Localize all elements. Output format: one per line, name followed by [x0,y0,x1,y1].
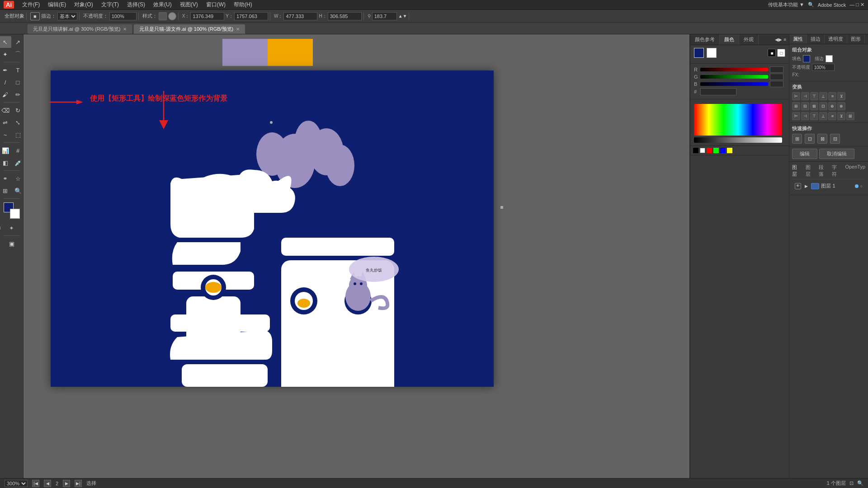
page-prev-btn[interactable]: ◀ [44,480,51,487]
opacity-input[interactable] [109,12,137,20]
extra-align-5[interactable]: ≡ [828,112,836,120]
h-input[interactable] [328,12,362,20]
reflect-tool[interactable]: ⇌ [0,117,11,128]
props-tab-transparency[interactable]: 透明度 [825,34,847,44]
menu-object[interactable]: 对象(O) [71,0,96,9]
opacity-prop-input[interactable] [812,64,835,71]
align-left-btn[interactable]: ⊢ [792,92,800,100]
extra-align-4[interactable]: ⊥ [819,112,827,120]
dist-bottom-btn[interactable]: ⊗ [837,102,845,110]
dist-left-btn[interactable]: ⊞ [792,102,800,110]
screen-mode-btn[interactable]: ▣ [6,238,18,249]
selection-tool[interactable]: ↖ [0,36,11,48]
g-value-input[interactable] [770,74,783,80]
tab-1-close[interactable]: ✕ [123,27,127,32]
angle-input[interactable] [372,12,397,20]
warp-tool[interactable]: ~ [0,129,11,141]
tab-2-close[interactable]: ✕ [236,27,240,32]
slice-tool[interactable]: ⊞ [0,185,11,197]
color-stroke-preview[interactable] [707,48,717,58]
align-right-btn[interactable]: ⊤ [810,92,818,100]
r-value-input[interactable] [770,66,783,73]
b-slider-track[interactable] [700,82,768,86]
align-bottom-btn[interactable]: ⊻ [837,92,845,100]
swatch-yellow[interactable] [727,148,732,153]
color-wheel[interactable] [694,104,782,136]
zoom-fit-icon[interactable]: ⊡ [849,480,854,486]
dist-center-v-btn[interactable]: ⊕ [828,102,836,110]
tab-1[interactable]: 元旦是只猫讲解.ai @ 300% (RGB/预览) ✕ [27,24,132,34]
color-black-btn[interactable]: ■ [768,49,776,57]
page-last-btn[interactable]: ▶| [75,480,82,487]
eraser-tool[interactable]: ⌫ [0,104,11,116]
artboard[interactable]: 鱼丸炒饭 [51,70,494,387]
symbol-tool[interactable]: ☆ [12,173,24,184]
appearance-tab[interactable]: 外观 [739,34,759,45]
menu-select[interactable]: 选择(S) [123,0,149,9]
pencil-tool[interactable]: ✏ [12,89,24,100]
menu-file[interactable]: 文件(F) [19,0,43,9]
opentype-tab[interactable]: OpenTyp [845,164,865,178]
pen-tool[interactable]: ✒ [0,64,11,76]
extra-align-2[interactable]: ⊣ [801,112,809,120]
menu-view[interactable]: 视图(V) [176,0,202,9]
menu-effect[interactable]: 效果(U) [150,0,175,9]
panel-menu-icon[interactable]: ≡ [784,37,787,42]
rotate-tool[interactable]: ↻ [12,104,24,116]
props-tab-attributes[interactable]: 属性 [789,34,807,44]
fill-color-preview[interactable] [803,55,810,62]
swatch-red[interactable] [707,148,712,153]
color-mode-grad[interactable]: ◈ [6,222,18,234]
extra-align-6[interactable]: ⊻ [837,112,845,120]
quick-op-3[interactable]: ⊠ [817,134,827,144]
w-input[interactable] [283,12,317,20]
edit-button[interactable]: 编辑 [792,149,817,159]
expand-icon[interactable]: ◀▶ [775,37,782,42]
color-mode-normal[interactable]: ▣ [0,222,5,234]
chars-tab[interactable]: 字符 [832,164,841,178]
menu-help[interactable]: 帮助(H) [230,0,256,9]
rectangle-tool[interactable]: □ [12,76,24,88]
quick-op-4[interactable]: ⊟ [830,134,840,144]
layer-expand-arrow[interactable]: ▶ [803,183,809,189]
x-input[interactable] [190,12,224,20]
zoom-select[interactable]: 300% [5,480,28,487]
props-tab-graphics[interactable]: 图形 [847,34,865,44]
quick-op-2[interactable]: ⊡ [805,134,815,144]
angle-arrows[interactable]: ▲▼ [398,14,407,19]
zoom-in-icon[interactable]: 🔍 [857,480,863,486]
gradient-tool[interactable]: ◧ [0,157,11,169]
stroke-color-btn[interactable]: ■ [30,12,40,20]
b-value-input[interactable] [770,81,783,87]
window-controls[interactable]: — □ ✕ [849,2,864,8]
r-slider-track[interactable] [700,68,768,71]
stroke-color-box[interactable] [10,209,20,219]
y-input[interactable] [234,12,268,20]
menu-window[interactable]: 窗口(W) [203,0,229,9]
layer-item-1[interactable]: 👁 ▶ 图层 1 ○ [795,181,863,191]
segments-tab[interactable]: 段落 [819,164,828,178]
layers-tab[interactable]: 图层 [792,164,802,178]
swatch-black[interactable] [693,148,698,153]
canvas-area[interactable]: 使用【矩形工具】绘制深蓝色矩形作为背景 [24,34,689,478]
color-white-btn[interactable]: □ [777,49,785,57]
dist-right-btn[interactable]: ⊠ [810,102,818,110]
dist-top-btn[interactable]: ⊡ [819,102,827,110]
swatch-white[interactable] [700,148,705,153]
color-mode-none[interactable]: ⊘ [19,222,24,234]
page-first-btn[interactable]: |◀ [32,480,39,487]
menu-text[interactable]: 文字(T) [98,0,123,9]
color-ref-tab[interactable]: 颜色参考 [690,34,720,45]
extra-align-7[interactable]: ⊞ [846,112,854,120]
free-transform-tool[interactable]: ⬚ [12,129,24,141]
stroke-color-preview[interactable] [826,55,833,62]
graph-tool[interactable]: 📊 [0,145,11,156]
props-tab-stroke[interactable]: 描边 [807,34,825,44]
scale-tool[interactable]: ⤡ [12,117,24,128]
style-circle-btn[interactable] [168,12,176,20]
zoom-control[interactable]: 300% [5,480,28,487]
align-center-v-btn[interactable]: ≡ [828,92,836,100]
brightness-slider[interactable] [694,137,782,143]
extra-align-1[interactable]: ⊢ [792,112,800,120]
eyedropper-tool[interactable]: 💉 [12,157,24,169]
